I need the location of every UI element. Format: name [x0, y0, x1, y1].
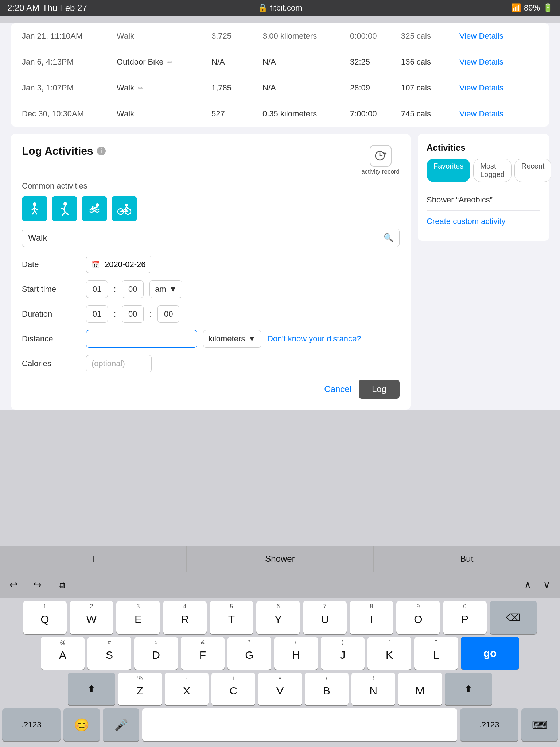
key-w[interactable]: 2W — [70, 601, 113, 634]
swim-activity-icon[interactable] — [82, 196, 107, 221]
start-hour-input[interactable]: 01 — [86, 280, 108, 298]
bike-activity-icon[interactable] — [112, 196, 137, 221]
activity-list-item: Shower “Areobics” — [427, 189, 540, 211]
distance-unit-select[interactable]: kilometers ▼ — [203, 330, 261, 348]
keyboard-icon-key[interactable]: ⌨ — [521, 708, 558, 741]
row-time: 7:00:00 — [350, 109, 401, 119]
key-v[interactable]: =V — [258, 673, 302, 705]
key-i[interactable]: 8I — [350, 601, 393, 634]
calories-placeholder: (optional) — [92, 359, 125, 368]
start-min-input[interactable]: 00 — [122, 280, 144, 298]
key-a[interactable]: @A — [41, 637, 85, 670]
view-details-link[interactable]: View Details — [459, 57, 538, 67]
keyboard-row-2: @A #S $D &F *G (H )J 'K "L go — [2, 637, 558, 670]
edit-icon[interactable]: ✏ — [167, 59, 173, 66]
log-button[interactable]: Log — [359, 380, 400, 399]
dont-know-distance-link[interactable]: Don't know your distance? — [267, 334, 361, 344]
predictive-text-bar: I Shower But — [0, 546, 560, 572]
key-d[interactable]: $D — [134, 637, 178, 670]
row-distance: N/A — [262, 83, 350, 93]
activity-search-input[interactable] — [28, 233, 384, 243]
calories-input[interactable]: (optional) — [86, 355, 152, 372]
dur-sec-input[interactable]: 00 — [158, 305, 179, 323]
predictive-item-1[interactable]: Shower — [187, 546, 373, 572]
delete-key[interactable]: ⌫ — [490, 601, 537, 634]
row-steps: 1,785 — [211, 83, 262, 93]
go-key[interactable]: go — [461, 637, 519, 670]
emoji-key[interactable]: 😊 — [63, 708, 100, 741]
run-activity-icon[interactable] — [52, 196, 77, 221]
cancel-button[interactable]: Cancel — [324, 384, 351, 394]
key-m[interactable]: ,M — [398, 673, 442, 705]
activity-record-button[interactable]: activity record — [361, 145, 400, 175]
row-activity: Walk — [117, 31, 211, 41]
dur-hour-input[interactable]: 01 — [86, 305, 108, 323]
search-icon: 🔍 — [384, 233, 393, 243]
key-p[interactable]: 0P — [443, 601, 487, 634]
key-b[interactable]: /B — [305, 673, 349, 705]
calories-label: Calories — [22, 359, 80, 368]
key-q[interactable]: 1Q — [23, 601, 67, 634]
numeric-key-right[interactable]: .?123 — [460, 708, 518, 741]
key-r[interactable]: 4R — [163, 601, 207, 634]
key-k[interactable]: 'K — [368, 637, 411, 670]
key-f[interactable]: &F — [181, 637, 225, 670]
edit-icon[interactable]: ✏ — [138, 85, 143, 92]
key-u[interactable]: 7U — [303, 601, 347, 634]
activity-table: Jan 21, 11:10AM Walk 3,725 3.00 kilomete… — [11, 23, 549, 127]
key-j[interactable]: )J — [321, 637, 365, 670]
view-details-link[interactable]: View Details — [459, 31, 538, 41]
activity-record-label: activity record — [361, 168, 400, 175]
key-y[interactable]: 6Y — [256, 601, 300, 634]
dictate-key[interactable]: 🎤 — [103, 708, 139, 741]
distance-unit-value: kilometers — [209, 334, 245, 344]
log-activities-panel: Log Activities i activity — [11, 134, 411, 410]
table-row: Jan 21, 11:10AM Walk 3,725 3.00 kilomete… — [11, 23, 549, 49]
ampm-select[interactable]: am ▼ — [149, 280, 182, 298]
key-z[interactable]: %Z — [118, 673, 162, 705]
predictive-item-2[interactable]: But — [374, 546, 560, 572]
key-o[interactable]: 9O — [396, 601, 440, 634]
predictive-item-0[interactable]: I — [0, 546, 187, 572]
key-t[interactable]: 5T — [210, 601, 253, 634]
key-e[interactable]: 3E — [116, 601, 160, 634]
shift-left-key[interactable]: ⬆ — [68, 673, 115, 705]
time-colon: : — [149, 309, 152, 319]
keyboard-row-3: ⬆ %Z -X +C =V /B !N ,M ⬆ — [2, 673, 558, 705]
status-indicators: 📶 89% 🔋 — [511, 3, 553, 13]
up-arrow-button[interactable]: ∧ — [518, 576, 537, 594]
redo-button[interactable]: ↪ — [28, 576, 47, 594]
view-details-link[interactable]: View Details — [459, 83, 538, 93]
table-row: Jan 6, 4:13PM Outdoor Bike ✏ N/A N/A 32:… — [11, 49, 549, 75]
space-key[interactable] — [142, 708, 457, 741]
table-row: Dec 30, 10:30AM Walk 527 0.35 kilometers… — [11, 101, 549, 127]
key-n[interactable]: !N — [351, 673, 395, 705]
main-content: Jan 21, 11:10AM Walk 3,725 3.00 kilomete… — [0, 23, 560, 410]
keyboard-area: I Shower But ↩ ↪ ⧉ ∧ ∨ 1Q 2W 3E 4R 5T 6Y… — [0, 546, 560, 747]
activity-record-svg — [374, 149, 387, 162]
key-h[interactable]: (H — [274, 637, 318, 670]
undo-button[interactable]: ↩ — [4, 576, 23, 594]
dur-min-input[interactable]: 00 — [122, 305, 144, 323]
numeric-key-left[interactable]: .?123 — [2, 708, 61, 741]
info-icon[interactable]: i — [97, 147, 106, 155]
key-l[interactable]: "L — [414, 637, 458, 670]
key-s[interactable]: #S — [88, 637, 131, 670]
walk-activity-icon[interactable] — [22, 196, 47, 221]
date-input[interactable]: 📅 2020-02-26 — [86, 256, 151, 273]
row-date: Jan 3, 1:07PM — [22, 83, 117, 93]
row-activity: Walk ✏ — [117, 83, 211, 93]
distance-row: Distance kilometers ▼ Don't know your di… — [22, 330, 400, 348]
key-g[interactable]: *G — [228, 637, 271, 670]
key-c[interactable]: +C — [211, 673, 255, 705]
tab-recent[interactable]: Recent — [514, 159, 551, 182]
copy-button[interactable]: ⧉ — [52, 576, 71, 594]
down-arrow-button[interactable]: ∨ — [537, 576, 556, 594]
tab-favorites[interactable]: Favorites — [427, 159, 470, 182]
key-x[interactable]: -X — [165, 673, 209, 705]
distance-input[interactable] — [86, 330, 197, 348]
tab-most-logged[interactable]: Most Logged — [473, 159, 512, 182]
create-custom-activity-link[interactable]: Create custom activity — [427, 211, 540, 232]
view-details-link[interactable]: View Details — [459, 109, 538, 119]
shift-right-key[interactable]: ⬆ — [445, 673, 492, 705]
